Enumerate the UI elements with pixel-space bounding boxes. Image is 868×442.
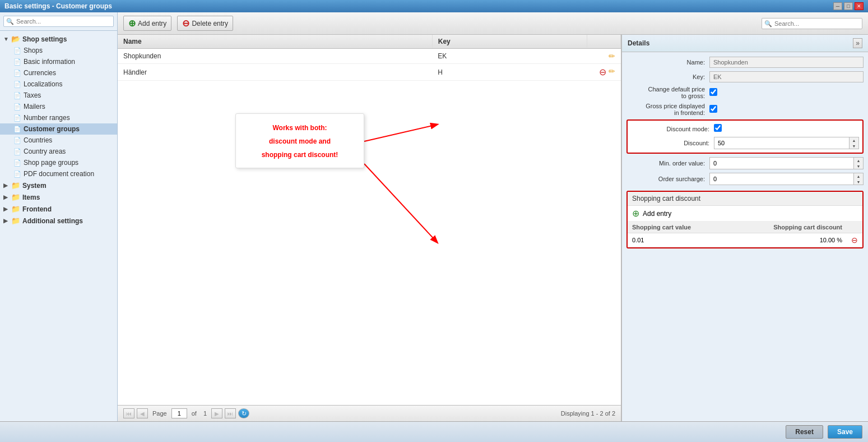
toolbar-search-icon: 🔍	[764, 20, 772, 27]
order-surcharge-spin-up[interactable]: ▲	[854, 173, 863, 179]
gross-frontend-checkbox[interactable]	[709, 105, 717, 113]
sidebar-group-header[interactable]: ▶📁Items	[0, 191, 117, 203]
window-title: Basic settings - Customer groups	[4, 2, 112, 10]
reset-button[interactable]: Reset	[786, 425, 823, 439]
table-scroll-area: Name Key ShopkundenEK✏HändlerH⊖✏	[118, 35, 621, 405]
cart-add-entry[interactable]: ⊕ Add entry	[628, 206, 862, 222]
svg-line-0	[364, 125, 437, 141]
discount-spin-up[interactable]: ▲	[850, 137, 858, 143]
add-entry-button[interactable]: ⊕ Add entry	[123, 16, 171, 31]
document-icon: 📄	[13, 137, 21, 144]
discount-spin-down[interactable]: ▼	[850, 143, 858, 149]
sidebar-item-label: Taxes	[24, 91, 41, 99]
sidebar-item[interactable]: 📄Number ranges	[0, 112, 117, 123]
sidebar-group-label: Items	[22, 194, 40, 201]
order-surcharge-spin-down[interactable]: ▼	[854, 179, 863, 185]
folder-icon: 📂	[11, 35, 20, 43]
content-split: Name Key ShopkundenEK✏HändlerH⊖✏	[118, 35, 868, 421]
discount-label: Discount:	[631, 140, 709, 146]
cart-col-discount: Shopping cart discount	[730, 222, 847, 233]
sidebar-item[interactable]: 📄Localizations	[0, 79, 117, 90]
minimize-button[interactable]: ─	[833, 2, 842, 10]
save-button[interactable]: Save	[828, 425, 862, 439]
name-input[interactable]	[709, 57, 864, 68]
discount-mode-checkbox[interactable]	[714, 124, 722, 132]
data-table: Name Key ShopkundenEK✏HändlerH⊖✏	[118, 35, 621, 81]
main-content: ⊕ Add entry ⊖ Delete entry 🔍	[118, 12, 868, 421]
bottom-bar: Reset Save	[0, 421, 868, 442]
sidebar-item[interactable]: 📄Countries	[0, 135, 117, 146]
details-title: Details	[628, 39, 649, 47]
sidebar-item[interactable]: 📄PDF document creation	[0, 168, 117, 179]
sidebar-item-label: Customer groups	[24, 125, 80, 133]
sidebar-item[interactable]: 📄Shops	[0, 45, 117, 56]
row-actions: ⊖✏	[587, 64, 621, 81]
row-key: H	[432, 64, 587, 81]
sidebar-item[interactable]: 📄Basic information	[0, 56, 117, 67]
sidebar-item-label: Shop page groups	[24, 159, 78, 167]
sidebar-item-label: Basic information	[24, 58, 75, 66]
annotation-container: Works with both:discount mode andshoppin…	[219, 68, 555, 282]
details-collapse-button[interactable]: »	[853, 38, 862, 48]
cart-col-value: Shopping cart value	[628, 222, 730, 233]
key-input[interactable]	[709, 71, 864, 82]
page-label: Page	[152, 410, 167, 417]
sidebar-item[interactable]: 📄Taxes	[0, 90, 117, 101]
table-row[interactable]: ShopkundenEK✏	[118, 49, 621, 64]
table-row[interactable]: HändlerH⊖✏	[118, 64, 621, 81]
details-header: Details »	[622, 35, 868, 52]
last-page-button[interactable]: ⏭	[225, 408, 236, 418]
sidebar-item[interactable]: 📄Country areas	[0, 146, 117, 157]
restore-button[interactable]: □	[844, 2, 853, 10]
cart-table: Shopping cart value Shopping cart discou…	[628, 222, 862, 247]
sidebar-search-area: 🔍	[0, 12, 117, 31]
cart-discount-header: Shopping cart discount	[628, 192, 862, 206]
sidebar-item[interactable]: 📄Mailers	[0, 101, 117, 112]
min-order-spin-down[interactable]: ▼	[854, 163, 863, 169]
sidebar-item[interactable]: 📄Customer groups	[0, 123, 117, 135]
sidebar-group-label: Shop settings	[22, 35, 67, 43]
document-icon: 📄	[13, 70, 21, 77]
sidebar-group-header[interactable]: ▶📁Additional settings	[0, 215, 117, 227]
discount-input[interactable]	[714, 137, 849, 149]
refresh-button[interactable]: ↻	[238, 408, 249, 418]
document-icon: 📄	[13, 103, 21, 110]
key-label: Key:	[626, 73, 705, 80]
col-name: Name	[118, 35, 432, 49]
page-input[interactable]	[171, 408, 187, 418]
document-icon: 📄	[13, 58, 21, 66]
order-surcharge-input-wrap: ▲ ▼	[709, 173, 864, 185]
sidebar-item[interactable]: 📄Currencies	[0, 67, 117, 79]
document-icon: 📄	[13, 114, 21, 122]
sidebar-group-header[interactable]: ▶📁Frontend	[0, 203, 117, 215]
of-value: 1	[203, 410, 207, 417]
sidebar-group-header[interactable]: ▼📂Shop settings	[0, 33, 117, 45]
change-default-checkbox[interactable]	[709, 88, 717, 96]
folder-icon: 📁	[11, 205, 20, 213]
row-edit-button[interactable]: ✏	[609, 67, 615, 77]
cart-row-value: 0.01	[628, 233, 730, 247]
order-surcharge-spinners: ▲ ▼	[853, 173, 864, 185]
details-body: Name: Key: Change default	[622, 52, 868, 255]
close-button[interactable]: ✕	[855, 2, 864, 10]
order-surcharge-input[interactable]	[709, 173, 853, 185]
sidebar-item-label: Shops	[24, 47, 43, 54]
document-icon: 📄	[13, 126, 21, 133]
row-delete-button[interactable]: ⊖	[599, 67, 606, 77]
sidebar-group-label: Additional settings	[22, 217, 83, 225]
cart-table-row[interactable]: 0.0110.00 %⊖	[628, 233, 862, 247]
prev-page-button[interactable]: ◀	[137, 408, 148, 418]
cart-row-delete-button[interactable]: ⊖	[851, 236, 858, 245]
first-page-button[interactable]: ⏮	[123, 408, 134, 418]
sidebar-item[interactable]: 📄Shop page groups	[0, 157, 117, 168]
delete-entry-button[interactable]: ⊖ Delete entry	[177, 16, 233, 31]
details-panel: Details » Name: Key:	[621, 35, 868, 421]
sidebar-group-header[interactable]: ▶📁System	[0, 179, 117, 191]
sidebar-search-input[interactable]	[3, 16, 114, 27]
next-page-button[interactable]: ▶	[211, 408, 222, 418]
toolbar-search-input[interactable]	[762, 18, 862, 29]
row-edit-button[interactable]: ✏	[609, 52, 615, 61]
min-order-field-row: Min. order value: ▲ ▼	[626, 157, 864, 169]
min-order-spin-up[interactable]: ▲	[854, 158, 863, 163]
min-order-input[interactable]	[709, 157, 853, 169]
